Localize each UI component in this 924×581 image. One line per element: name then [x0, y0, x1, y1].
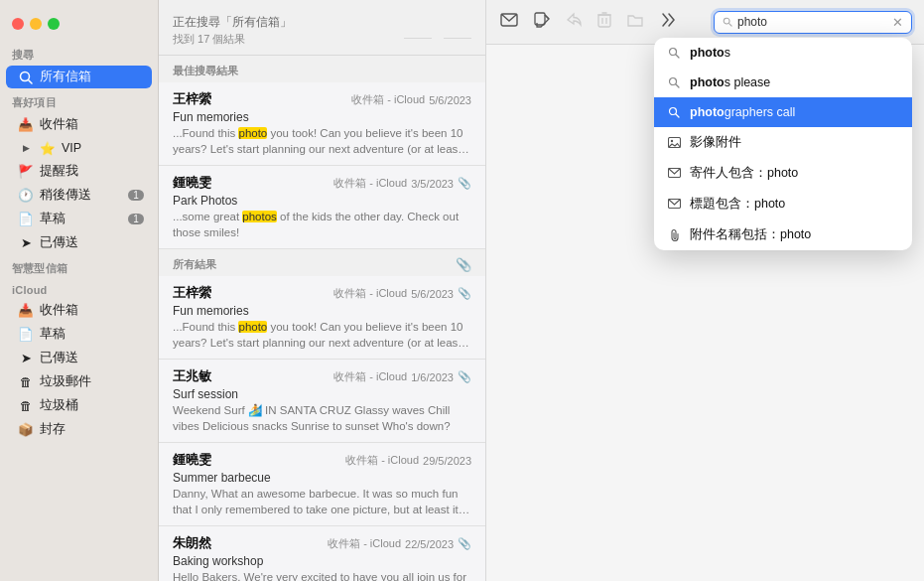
sidebar-item-inbox[interactable]: 📥 收件箱	[6, 113, 152, 136]
sidebar-item-icloud-archive[interactable]: 📦 封存	[6, 418, 152, 441]
sidebar-item-icloud-bin[interactable]: 🗑 垃圾桶	[6, 394, 152, 417]
email-item[interactable]: 王梓縈 收件箱 - iCloud 5/6/2023 Fun memories .…	[159, 82, 485, 166]
sidebar-item-icloud-drafts[interactable]: 📄 草稿	[6, 323, 152, 346]
email-preview: Danny, What an awesome barbecue. It was …	[173, 487, 471, 517]
email-item[interactable]: 王兆敏 收件箱 - iCloud 1/6/2023 📎 Surf session…	[159, 360, 485, 443]
email-subject: Summer barbecue	[173, 471, 471, 485]
sidebar-item-icloud-sent[interactable]: ➤ 已傳送	[6, 347, 152, 369]
traffic-lights	[0, 10, 158, 42]
email-subject: Fun memories	[173, 304, 471, 318]
sidebar-item-drafts[interactable]: 📄 草稿 1	[6, 208, 152, 230]
email-subject: Park Photos	[173, 194, 471, 208]
sidebar-item-label: 提醒我	[40, 163, 78, 180]
sidebar-item-all-mailboxes[interactable]: 所有信箱	[6, 66, 152, 88]
main-content: 正在搜尋「所有信箱」 找到 17 個結果	[159, 0, 924, 581]
more-icon[interactable]	[657, 10, 677, 34]
sidebar-item-later-send[interactable]: 🕐 稍後傳送 1	[6, 184, 152, 207]
search-icon	[666, 104, 682, 120]
svg-line-1	[29, 79, 33, 83]
right-panel: photo ✕ photos	[486, 0, 924, 581]
search-box-icon	[723, 16, 732, 28]
image-icon	[666, 134, 682, 150]
suggestion-item-photographers[interactable]: photographers call	[654, 97, 912, 127]
svg-line-18	[729, 24, 731, 26]
mail-icon[interactable]	[498, 11, 520, 33]
minimize-button[interactable]	[30, 18, 42, 30]
attachment-icon: 📎	[458, 287, 471, 300]
suggestion-item-photos-please[interactable]: photos please	[654, 68, 912, 97]
sidebar-item-reminders[interactable]: 🚩 提醒我	[6, 160, 152, 183]
drafts-icon: 📄	[18, 212, 34, 227]
suggestions-dropdown: photos photos please	[654, 38, 912, 250]
sidebar-item-label: 垃圾郵件	[40, 373, 91, 390]
search-icon	[666, 74, 682, 90]
svg-line-20	[676, 55, 679, 58]
drafts-icon: 📄	[18, 327, 34, 343]
filter-icon[interactable]	[444, 16, 471, 39]
email-date: 29/5/2023	[423, 455, 471, 467]
email-date: 1/6/2023	[411, 371, 454, 383]
inbox-icon: 📥	[18, 303, 34, 319]
sidebar-item-label: 垃圾桶	[40, 397, 78, 414]
email-mailbox: 收件箱 - iCloud	[328, 536, 401, 551]
email-date: 5/6/2023	[429, 94, 471, 106]
trash-icon: 🗑	[18, 398, 34, 414]
compose-icon[interactable]	[532, 10, 552, 34]
email-item[interactable]: 鍾曉雯 收件箱 - iCloud 3/5/2023 📎 Park Photos …	[159, 166, 485, 249]
svg-line-22	[676, 84, 679, 87]
sidebar-item-label: VIP	[62, 141, 81, 155]
email-item[interactable]: 王梓縈 收件箱 - iCloud 5/6/2023 📎 Fun memories…	[159, 276, 485, 360]
delete-icon[interactable]	[595, 10, 613, 34]
sidebar-item-icloud-inbox[interactable]: 📥 收件箱	[6, 299, 152, 322]
star-icon: ⭐	[40, 140, 56, 156]
sidebar-item-label: 已傳送	[40, 350, 78, 366]
sidebar-item-sent[interactable]: ➤ 已傳送	[6, 231, 152, 254]
best-results-label: 最佳搜尋結果	[159, 56, 485, 82]
search-icon	[18, 70, 34, 85]
suggestion-item-sender-contains[interactable]: 寄件人包含：photo	[654, 158, 912, 189]
email-preview: Weekend Surf 🏄 IN SANTA CRUZ Glassy wave…	[173, 403, 471, 434]
all-results-label: 所有結果 📎	[159, 249, 485, 276]
suggestion-text: 寄件人包含：photo	[690, 165, 798, 182]
result-count: 找到 17 個結果	[173, 32, 292, 47]
email-sender: 王梓縈	[173, 284, 211, 302]
right-toolbar: photo ✕ photos	[486, 0, 924, 45]
add-email-button[interactable]	[404, 16, 432, 39]
email-sender: 朱朗然	[173, 534, 211, 552]
email-subject: Fun memories	[173, 110, 471, 124]
email-panel-header: 正在搜尋「所有信箱」 找到 17 個結果	[159, 0, 485, 56]
suggestion-item-attachment-name[interactable]: 附件名稱包括：photo	[654, 219, 912, 250]
sidebar-item-icloud-junk[interactable]: 🗑 垃圾郵件	[6, 370, 152, 393]
svg-point-17	[724, 18, 729, 24]
search-input[interactable]: photo	[737, 15, 887, 29]
suggestion-item-subject-contains[interactable]: 標題包含：photo	[654, 189, 912, 219]
email-item[interactable]: 鍾曉雯 收件箱 - iCloud 29/5/2023 Summer barbec…	[159, 443, 485, 526]
move-folder-icon[interactable]	[625, 10, 645, 34]
sidebar-item-label: 封存	[40, 421, 66, 438]
email-item[interactable]: 朱朗然 收件箱 - iCloud 22/5/2023 📎 Baking work…	[159, 526, 485, 581]
search-section-label: 搜尋	[0, 42, 158, 65]
email-preview: ...Found this photo you took! Can you be…	[173, 126, 471, 157]
svg-line-24	[676, 114, 679, 117]
email-mailbox: 收件箱 - iCloud	[345, 453, 419, 468]
searching-label: 正在搜尋「所有信箱」	[173, 14, 292, 31]
sidebar-item-vip[interactable]: ▶ ⭐ VIP	[6, 137, 152, 159]
flag-icon: 🚩	[18, 164, 34, 180]
email-list: 最佳搜尋結果 王梓縈 收件箱 - iCloud 5/6/2023 Fun mem…	[159, 56, 485, 581]
suggestion-text: photographers call	[690, 105, 795, 119]
sidebar-item-label: 草稿	[40, 211, 66, 227]
suggestion-item-photos[interactable]: photos	[654, 38, 912, 68]
fullscreen-button[interactable]	[48, 18, 60, 30]
suggestion-text: 標題包含：photo	[690, 196, 785, 213]
email-mailbox: 收件箱 - iCloud	[333, 286, 407, 301]
close-button[interactable]	[12, 18, 24, 30]
email-preview: ...Found this photo you took! Can you be…	[173, 320, 471, 351]
attachment-icon: 📎	[458, 370, 471, 383]
email-subject: Baking workshop	[173, 554, 471, 568]
reply-icon[interactable]	[564, 10, 584, 34]
suggestion-text: photos please	[690, 75, 770, 89]
clear-search-button[interactable]: ✕	[892, 15, 903, 30]
sidebar-item-label: 收件箱	[40, 116, 78, 133]
sidebar: 搜尋 所有信箱 喜好項目 📥 收件箱 ▶ ⭐ VIP 🚩 提醒我 🕐 稍後傳送 …	[0, 0, 159, 581]
suggestion-item-image-attachment[interactable]: 影像附件	[654, 127, 912, 158]
